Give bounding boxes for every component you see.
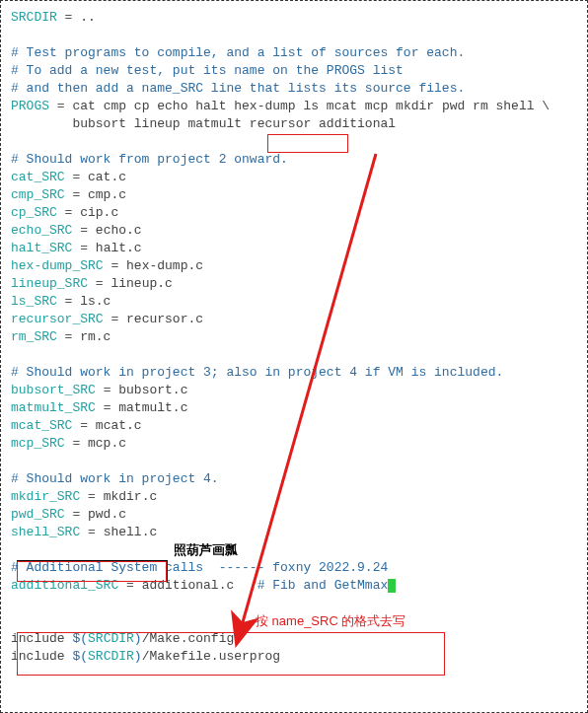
comment-line: # Should work in project 3; also in proj… bbox=[11, 364, 577, 382]
var-value: pwd.c bbox=[88, 507, 126, 522]
var-value: matmult.c bbox=[118, 400, 187, 415]
var-name: cat_SRC bbox=[11, 170, 65, 184]
assignment-line: halt_SRC = halt.c bbox=[11, 240, 577, 257]
var-name: rm_SRC bbox=[11, 329, 57, 344]
assignment-line: pwd_SRC = pwd.c bbox=[11, 506, 577, 524]
var-name: mcp_SRC bbox=[11, 436, 65, 451]
var-name: bubsort_SRC bbox=[11, 383, 96, 397]
var-value: mkdir.c bbox=[104, 489, 158, 504]
assignment-line: lineup_SRC = lineup.c bbox=[11, 275, 577, 293]
var-name: hex-dump_SRC bbox=[11, 258, 104, 273]
var-name: ls_SRC bbox=[11, 294, 57, 309]
var-value: cip.c bbox=[80, 205, 118, 220]
var-name: lineup_SRC bbox=[11, 276, 88, 291]
var-name: recursor_SRC bbox=[11, 312, 104, 326]
var-value: shell.c bbox=[104, 525, 158, 539]
assignment-line: cat_SRC = cat.c bbox=[11, 169, 577, 186]
var-value: hex-dump.c bbox=[126, 258, 203, 273]
var-value: cmp.c bbox=[88, 187, 126, 202]
var-name: mkdir_SRC bbox=[11, 489, 80, 504]
var-name: mcat_SRC bbox=[11, 418, 72, 433]
assignment-line: matmult_SRC = matmult.c bbox=[11, 399, 577, 417]
var-value: ls.c bbox=[80, 294, 110, 309]
comment-additional: # Additional System calls ------ foxny 2… bbox=[11, 559, 577, 577]
var-value: lineup.c bbox=[110, 276, 172, 291]
assignment-line: echo_SRC = echo.c bbox=[11, 222, 577, 240]
var-value: echo.c bbox=[96, 223, 142, 238]
var-value: halt.c bbox=[96, 241, 142, 255]
progs-line1: PROGS = cat cmp cp echo halt hex-dump ls… bbox=[11, 98, 577, 115]
text-cursor bbox=[388, 579, 396, 593]
srcdir-line: SRCDIR = .. bbox=[11, 9, 577, 27]
var-name: cmp_SRC bbox=[11, 187, 65, 202]
var-name: cp_SRC bbox=[11, 205, 57, 220]
comment-line: # Test programs to compile, and a list o… bbox=[11, 44, 577, 62]
comment-line: # and then add a name_SRC line that list… bbox=[11, 80, 577, 98]
assignment-line: mkdir_SRC = mkdir.c bbox=[11, 488, 577, 506]
assignment-line: mcp_SRC = mcp.c bbox=[11, 435, 577, 453]
comment-line: # Should work in project 4. bbox=[11, 470, 577, 488]
progs-line2: bubsort lineup matmult recursor addition… bbox=[11, 115, 577, 133]
assignment-line: cmp_SRC = cmp.c bbox=[11, 186, 577, 204]
assignment-line: ls_SRC = ls.c bbox=[11, 293, 577, 311]
assignment-line: hex-dump_SRC = hex-dump.c bbox=[11, 257, 577, 275]
var-name: matmult_SRC bbox=[11, 400, 96, 415]
var-value: mcp.c bbox=[88, 436, 126, 451]
var-value: rm.c bbox=[80, 329, 110, 344]
assignment-line: bubsort_SRC = bubsort.c bbox=[11, 382, 577, 399]
code-panel: SRCDIR = .. # Test programs to compile, … bbox=[0, 0, 588, 713]
annotation-red: 按 name_SRC 的格式去写 bbox=[256, 612, 405, 630]
annotation-black: 照葫芦画瓢 bbox=[174, 541, 238, 559]
var-value: mcat.c bbox=[96, 418, 142, 433]
include-line: include $(SRCDIR)/Make.config bbox=[11, 630, 577, 648]
comment-line: # Should work from project 2 onward. bbox=[11, 151, 577, 169]
var-value: bubsort.c bbox=[118, 383, 187, 397]
additional-line: additional_SRC = additional.c # Fib and … bbox=[11, 577, 577, 595]
var-name: echo_SRC bbox=[11, 223, 72, 238]
include-line: include $(SRCDIR)/Makefile.userprog bbox=[11, 648, 577, 666]
var-name: halt_SRC bbox=[11, 241, 72, 255]
var-name: pwd_SRC bbox=[11, 507, 65, 522]
var-name: shell_SRC bbox=[11, 525, 80, 539]
comment-line: # To add a new test, put its name on the… bbox=[11, 62, 577, 80]
assignment-line: rm_SRC = rm.c bbox=[11, 328, 577, 346]
assignment-line: mcat_SRC = mcat.c bbox=[11, 417, 577, 435]
assignment-line: cp_SRC = cip.c bbox=[11, 204, 577, 222]
assignment-line: shell_SRC = shell.c bbox=[11, 524, 577, 541]
srcdir-var: SRCDIR bbox=[11, 10, 57, 25]
assignment-line: recursor_SRC = recursor.c bbox=[11, 311, 577, 328]
var-value: recursor.c bbox=[126, 312, 203, 326]
var-value: cat.c bbox=[88, 170, 126, 184]
